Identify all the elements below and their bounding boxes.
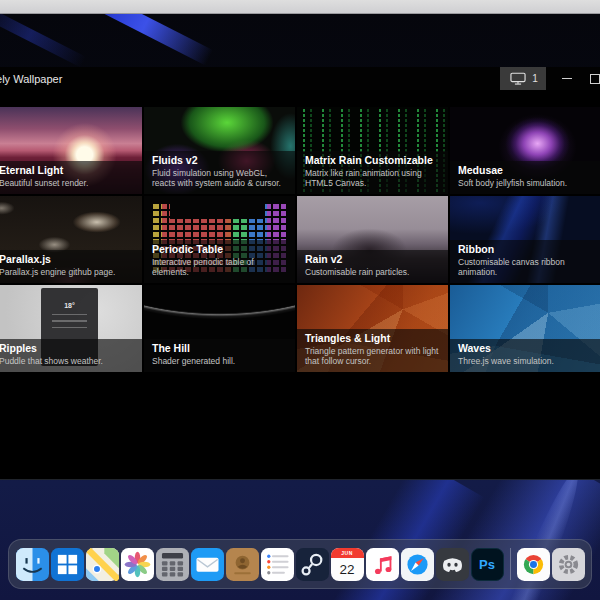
dock-steam[interactable]	[296, 548, 329, 581]
discord-icon	[436, 548, 469, 581]
tile-caption: Ripples Puddle that shows weather.	[0, 339, 142, 372]
wallpaper-tile-triangles-light[interactable]: Triangles & Light Triangle pattern gener…	[297, 285, 448, 372]
wallpaper-tile-ribbon[interactable]: Ribbon Customisable canvas ribbon animat…	[450, 196, 600, 283]
windows-app-icon	[51, 548, 84, 581]
wallpaper-tile-the-hill[interactable]: The Hill Shader generated hill.	[144, 285, 295, 372]
wallpaper-tile-waves[interactable]: Waves Three.js wave simulation.	[450, 285, 600, 372]
tile-caption: Periodic Table Interactive periodic tabl…	[144, 240, 295, 283]
tile-title: Medusae	[458, 164, 593, 177]
tile-description: Matrix like rain animation using HTML5 C…	[305, 168, 440, 189]
wallpaper-tile-fluids-v2[interactable]: Fluids v2 Fluid simulation using WebGL, …	[144, 107, 295, 194]
tile-caption: Triangles & Light Triangle pattern gener…	[297, 329, 448, 372]
dock-maps[interactable]	[86, 548, 119, 581]
dock-calendar[interactable]: JUN 22	[331, 548, 364, 581]
wallpaper-tile-parallax-js[interactable]: Parallax.js Parallax.js engine github pa…	[0, 196, 142, 283]
tile-title: Matrix Rain Customizable	[305, 154, 440, 167]
tile-caption: Eternal Light Beautiful sunset render.	[0, 161, 142, 194]
tile-title: Ribbon	[458, 243, 593, 256]
tile-caption: Matrix Rain Customizable Matrix like rai…	[297, 151, 448, 194]
tile-title: Waves	[458, 342, 593, 355]
tile-title: Ripples	[0, 342, 134, 355]
minimize-icon	[562, 78, 572, 80]
tile-caption: Parallax.js Parallax.js engine github pa…	[0, 250, 142, 283]
tile-title: Eternal Light	[0, 164, 134, 177]
gear-icon	[552, 548, 585, 581]
tile-description: Soft body jellyfish simulation.	[458, 178, 593, 189]
screen: Lively Wallpaper 1 Eternal Light	[0, 0, 600, 600]
wallpaper-tile-periodic-table[interactable]: Periodic Table Interactive periodic tabl…	[144, 196, 295, 283]
tile-caption: Ribbon Customisable canvas ribbon animat…	[450, 240, 600, 283]
dock-divider	[510, 548, 511, 580]
dock-contacts[interactable]	[226, 548, 259, 581]
periodic-table-gap	[170, 204, 263, 219]
maximize-icon	[590, 74, 600, 84]
monitor-select-button[interactable]: 1	[500, 67, 546, 90]
tile-description: Three.js wave simulation.	[458, 356, 593, 367]
dock-photos[interactable]	[121, 548, 154, 581]
music-icon	[366, 548, 399, 581]
lively-wallpaper-window: Lively Wallpaper 1 Eternal Light	[0, 67, 600, 480]
tile-title: Periodic Table	[152, 243, 287, 256]
tile-title: Fluids v2	[152, 154, 287, 167]
tile-description: Customisable rain particles.	[305, 267, 440, 278]
dock-finder[interactable]	[16, 548, 49, 581]
maps-icon	[86, 548, 119, 581]
calculator-icon	[156, 548, 189, 581]
tile-description: Shader generated hill.	[152, 356, 287, 367]
chrome-icon	[517, 548, 550, 581]
tile-description: Beautiful sunset render.	[0, 178, 134, 189]
wallpaper-tile-medusae[interactable]: Medusae Soft body jellyfish simulation.	[450, 107, 600, 194]
dock-windows-app[interactable]	[51, 548, 84, 581]
calendar-day: 22	[331, 558, 364, 581]
monitor-icon	[508, 71, 528, 86]
menu-bar	[0, 0, 600, 14]
weather-row	[52, 320, 88, 322]
weather-row	[52, 327, 88, 329]
dock-reminders[interactable]	[261, 548, 294, 581]
wallpaper-tile-rain-v2[interactable]: Rain v2 Customisable rain particles.	[297, 196, 448, 283]
minimize-button[interactable]	[554, 67, 580, 90]
dock-calculator[interactable]	[156, 548, 189, 581]
dock-music[interactable]	[366, 548, 399, 581]
tile-caption: Fluids v2 Fluid simulation using WebGL, …	[144, 151, 295, 194]
dock: JUN 22	[8, 539, 592, 589]
dock-photoshop[interactable]: Ps	[471, 548, 504, 581]
tile-title: Triangles & Light	[305, 332, 440, 345]
dock-discord[interactable]	[436, 548, 469, 581]
photos-icon	[121, 548, 154, 581]
dock-chrome[interactable]	[517, 548, 550, 581]
dock-safari[interactable]	[401, 548, 434, 581]
tile-caption: Medusae Soft body jellyfish simulation.	[450, 161, 600, 194]
wallpaper-tile-matrix-rain[interactable]: Matrix Rain Customizable Matrix like rai…	[297, 107, 448, 194]
tile-description: Customisable canvas ribbon animation.	[458, 257, 593, 278]
tile-description: Fluid simulation using WebGL, reacts wit…	[152, 168, 287, 189]
weather-temperature: 18°	[64, 302, 75, 309]
wallpaper-tile-ripples[interactable]: 18° Ripples Puddle that shows weather.	[0, 285, 142, 372]
tile-description: Triangle pattern generator with light th…	[305, 346, 440, 367]
dock-mail[interactable]	[191, 548, 224, 581]
wallpaper-streak	[0, 13, 86, 68]
tile-caption: Rain v2 Customisable rain particles.	[297, 250, 448, 283]
contacts-icon	[226, 548, 259, 581]
wallpaper-grid: Eternal Light Beautiful sunset render. F…	[0, 107, 600, 372]
tile-description: Puddle that shows weather.	[0, 356, 134, 367]
dock-system-settings[interactable]	[552, 548, 585, 581]
steam-icon	[296, 548, 329, 581]
weather-row	[52, 314, 88, 316]
tile-title: The Hill	[152, 342, 287, 355]
finder-icon	[16, 548, 49, 581]
photoshop-label: Ps	[479, 557, 495, 572]
calendar-month: JUN	[331, 548, 364, 558]
tile-description: Parallax.js engine github page.	[0, 267, 134, 278]
wallpaper-tile-eternal-light[interactable]: Eternal Light Beautiful sunset render.	[0, 107, 142, 194]
window-titlebar[interactable]: Lively Wallpaper 1	[0, 67, 600, 90]
monitor-count: 1	[532, 73, 538, 84]
tile-caption: The Hill Shader generated hill.	[144, 339, 295, 372]
safari-icon	[401, 548, 434, 581]
tile-description: Interactive periodic table of elements.	[152, 257, 287, 278]
window-title: Lively Wallpaper	[0, 73, 62, 85]
tile-caption: Waves Three.js wave simulation.	[450, 339, 600, 372]
maximize-button[interactable]	[582, 67, 600, 90]
mail-icon	[191, 548, 224, 581]
reminders-icon	[261, 548, 294, 581]
